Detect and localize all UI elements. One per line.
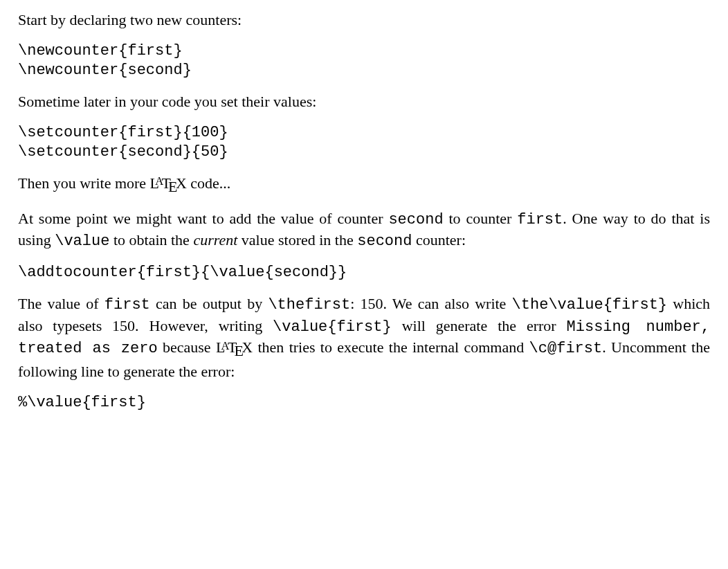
emphasis: current (193, 231, 237, 249)
code-line: %\value{first} (18, 394, 146, 411)
latex-logo: LATEX (216, 337, 253, 361)
text-fragment: can be output by (150, 295, 269, 312)
inline-code: second (388, 211, 443, 228)
text-fragment: to counter (444, 210, 518, 227)
code-line: \addtocounter{first}{\value{second}} (18, 264, 347, 281)
paragraph-set-values: Sometime later in your code you set thei… (18, 91, 710, 112)
paragraph-add-counter: At some point we might want to add the v… (18, 208, 710, 252)
code-line: \newcounter{second} (18, 62, 192, 79)
paragraph-output: The value of first can be output by \the… (18, 293, 710, 382)
text-fragment: code... (187, 174, 231, 192)
inline-code: \c@first (529, 340, 603, 357)
paragraph-then-write: Then you write more LATEX code... (18, 173, 710, 197)
inline-code: \value{first} (273, 318, 392, 336)
text-fragment: to obtain the (109, 231, 193, 249)
paragraph-intro: Start by declaring two new counters: (18, 10, 710, 30)
inline-code: \value (55, 233, 109, 250)
text-fragment: value stored in the (237, 231, 357, 249)
text-fragment: then tries to execute the internal comma… (253, 338, 529, 356)
inline-code: \thefirst (268, 296, 350, 314)
code-block-commented: %\value{first} (18, 393, 710, 413)
inline-code: \the\value{first} (512, 296, 667, 314)
code-line: \newcounter{first} (18, 42, 183, 60)
code-block-newcounter: \newcounter{first} \newcounter{second} (18, 42, 710, 80)
inline-code: first (517, 211, 563, 228)
latex-logo: LATEX (150, 173, 187, 197)
text-fragment: The value of (18, 295, 104, 312)
text-fragment: because (158, 338, 216, 356)
text-fragment: counter: (412, 231, 466, 249)
inline-code: first (104, 296, 150, 314)
code-line: \setcounter{second}{50} (18, 143, 228, 161)
text-fragment: will generate the error (392, 317, 567, 334)
code-line: \setcounter{first}{100} (18, 124, 228, 141)
code-block-setcounter: \setcounter{first}{100} \setcounter{seco… (18, 123, 710, 162)
text-fragment: : 150. We can also write (350, 295, 511, 312)
text-fragment: At some point we might want to add the v… (18, 210, 388, 227)
inline-code: second (357, 233, 412, 250)
text-fragment: Then you write more (18, 174, 150, 192)
code-block-addtocounter: \addtocounter{first}{\value{second}} (18, 263, 710, 282)
